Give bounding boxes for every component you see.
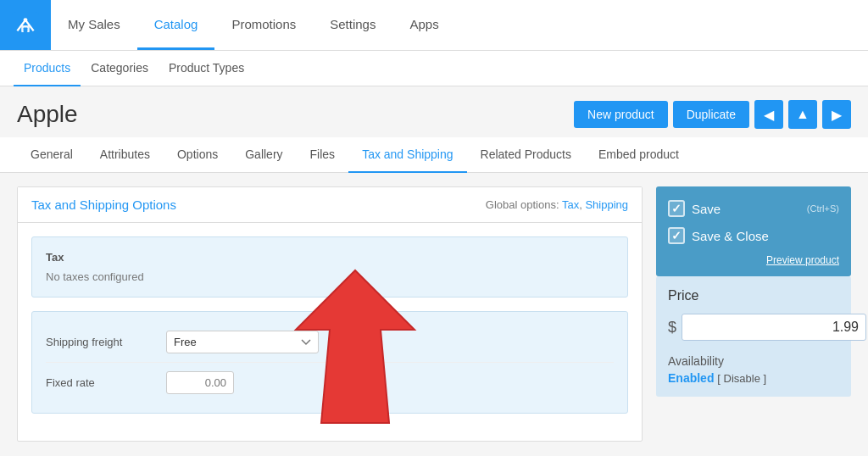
price-row: $ ▼ [668, 312, 839, 342]
panel-body: Tax No taxes configured Shipping freight… [18, 223, 642, 441]
content-area: Tax and Shipping Options Global options:… [0, 173, 868, 455]
save-row: ✓ Save (Ctrl+S) [668, 195, 839, 222]
tax-value: No taxes configured [46, 270, 614, 283]
availability-section: Availability Enabled [ Disable ] [668, 354, 839, 385]
global-options: Global options: Tax, Shipping [486, 198, 628, 211]
availability-title: Availability [668, 354, 839, 368]
fixed-rate-label: Fixed rate [46, 376, 156, 389]
availability-enabled-label: Enabled [668, 371, 714, 385]
global-options-label: Global options: [486, 198, 559, 211]
bracket-close: ] [760, 372, 766, 385]
global-tax-link[interactable]: Tax [562, 198, 579, 211]
tab-general[interactable]: General [17, 137, 86, 173]
tab-bar: General Attributes Options Gallery Files… [0, 137, 868, 173]
page-title: Apple [17, 101, 78, 128]
right-panel: ✓ Save (Ctrl+S) ✓ Save & Close Preview p… [656, 186, 851, 442]
top-navigation: My Sales Catalog Promotions Settings App… [0, 0, 868, 51]
save-box: ✓ Save (Ctrl+S) ✓ Save & Close Preview p… [656, 186, 851, 276]
bracket-open: [ [717, 372, 723, 385]
price-input[interactable] [682, 314, 866, 341]
save-checkbox[interactable]: ✓ [668, 200, 685, 217]
nav-settings[interactable]: Settings [313, 0, 392, 50]
disable-link[interactable]: Disable [724, 372, 760, 385]
tab-related-products[interactable]: Related Products [467, 137, 585, 173]
page-header: Apple New product Duplicate ◀ ▲ ▶ [0, 86, 868, 137]
tab-attributes[interactable]: Attributes [86, 137, 164, 173]
shipping-freight-row: Shipping freight Free Flat Rate Per Item [46, 322, 614, 363]
nav-items: My Sales Catalog Promotions Settings App… [51, 0, 456, 50]
duplicate-button[interactable]: Duplicate [673, 101, 749, 128]
price-box: Price $ ▼ Availability Enabled [ Disable… [656, 276, 851, 397]
nav-apps[interactable]: Apps [392, 0, 455, 50]
nav-catalog[interactable]: Catalog [137, 0, 215, 50]
tab-options[interactable]: Options [164, 137, 231, 173]
new-product-button[interactable]: New product [574, 101, 668, 128]
tax-section: Tax No taxes configured [31, 236, 628, 298]
nav-my-sales[interactable]: My Sales [51, 0, 137, 50]
save-shortcut: (Ctrl+S) [807, 203, 839, 214]
prev-button[interactable]: ◀ [754, 100, 783, 129]
sub-navigation: Products Categories Product Types [0, 51, 868, 86]
next-button[interactable]: ▶ [822, 100, 851, 129]
currency-symbol: $ [668, 319, 676, 336]
save-label: Save [692, 202, 800, 216]
shipping-section: Shipping freight Free Flat Rate Per Item… [31, 311, 628, 414]
shipping-freight-select[interactable]: Free Flat Rate Per Item [166, 331, 319, 353]
preview-link-container: Preview product [668, 249, 839, 268]
availability-action: [ Disable ] [717, 372, 766, 385]
nav-promotions[interactable]: Promotions [214, 0, 313, 50]
tab-embed-product[interactable]: Embed product [585, 137, 693, 173]
fixed-rate-row: Fixed rate [46, 363, 614, 403]
panel-header: Tax and Shipping Options Global options:… [18, 187, 642, 223]
panel-body-inner: Tax No taxes configured Shipping freight… [31, 236, 628, 414]
availability-status: Enabled [ Disable ] [668, 371, 839, 385]
preview-product-link[interactable]: Preview product [766, 254, 839, 266]
tab-files[interactable]: Files [297, 137, 349, 173]
up-button[interactable]: ▲ [788, 100, 817, 129]
tax-label: Tax [46, 251, 614, 264]
save-checkmark: ✓ [671, 202, 682, 215]
fixed-rate-input[interactable] [166, 371, 234, 394]
save-close-checkmark: ✓ [671, 229, 682, 242]
sub-categories[interactable]: Categories [81, 51, 159, 86]
shipping-freight-label: Shipping freight [46, 336, 156, 348]
sub-product-types[interactable]: Product Types [159, 51, 254, 86]
app-logo[interactable] [0, 0, 51, 50]
global-shipping-link[interactable]: Shipping [585, 198, 628, 211]
save-close-checkbox[interactable]: ✓ [668, 227, 685, 244]
page-actions: New product Duplicate ◀ ▲ ▶ [574, 100, 851, 129]
svg-point-1 [24, 18, 28, 22]
price-title: Price [668, 288, 839, 303]
left-panel: Tax and Shipping Options Global options:… [17, 186, 643, 442]
svg-rect-3 [24, 27, 28, 32]
save-close-row: ✓ Save & Close [668, 222, 839, 249]
save-close-label: Save & Close [692, 229, 839, 243]
panel-title: Tax and Shipping Options [31, 197, 176, 212]
sub-products[interactable]: Products [14, 51, 81, 86]
tab-gallery[interactable]: Gallery [231, 137, 296, 173]
tab-tax-shipping[interactable]: Tax and Shipping [348, 137, 466, 173]
